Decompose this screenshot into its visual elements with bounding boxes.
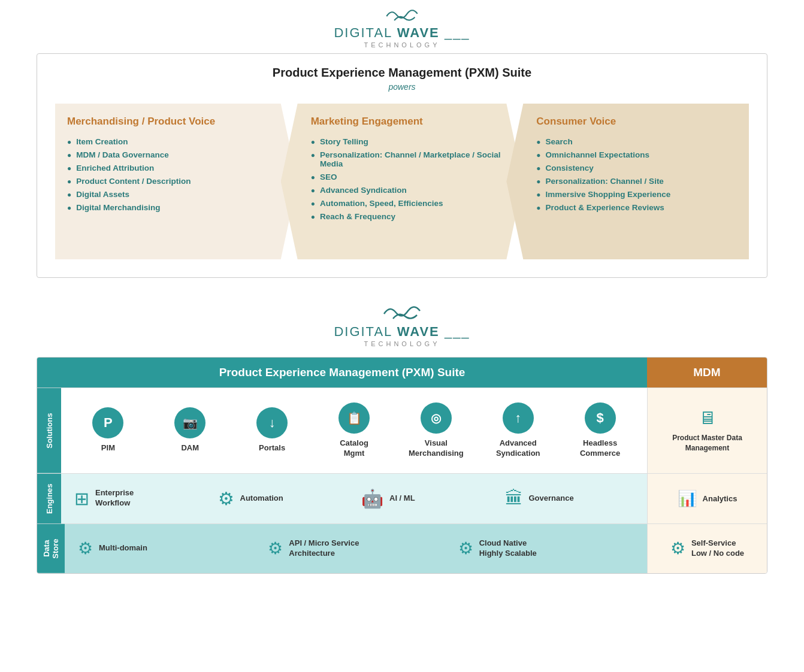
catalog-icon: 📋 [338,402,370,434]
cloud-icon: ⚙ [458,538,473,558]
brand-bold: WAVE [397,25,440,40]
headless-icon: $ [585,402,616,434]
mdm-solution-label: Product Master DataManagement [672,433,742,453]
data-store-row: DataStore ⚙ Multi-domain ⚙ API / Micro S… [37,523,767,573]
cloud-label: Cloud NativeHighly Scalable [479,538,537,559]
pim-icon: P [92,407,123,438]
solutions-label: Solutions [37,388,61,473]
engines-content: ⊞ EnterpriseWorkflow ⚙ Automation 🤖 AI /… [61,474,647,523]
brand-name: DIGITAL [334,25,392,40]
technology-label: TECHNOLOGY [364,41,440,49]
portals-label: Portals [259,443,285,453]
pxm-suite-title: Product Experience Management (PXM) Suit… [55,66,749,80]
list-item: MDM / Data Governance [67,150,283,159]
dam-label: DAM [181,443,199,453]
mid-logo-text: DIGITAL WAVE ___ [334,324,470,340]
pxm-header: Product Experience Management (PXM) Suit… [37,358,647,388]
solutions-content: P PIM 📷 DAM ↓ Portals 📋 CatalogMgmt ◎ Vi… [61,388,647,473]
mdm-data-cell: ⚙ Self-ServiceLow / No code [647,524,767,573]
automation-label: Automation [240,494,283,504]
segment-2-title: Marketing Engagement [293,113,509,128]
top-wave-icon [384,6,420,24]
automation-icon: ⚙ [218,488,234,509]
multidomain-label: Multi-domain [99,543,147,553]
solution-headless: $ HeadlessCommerce [559,398,641,464]
visual-merch-label: VisualMerchandising [409,438,464,459]
list-item: Product Content / Description [67,177,283,186]
api-label: API / Micro ServiceArchitecture [289,538,359,559]
mdm-monitor-icon: 🖥 [699,408,717,428]
multidomain-icon: ⚙ [78,538,93,558]
solutions-row: Solutions P PIM 📷 DAM ↓ Portals 📋 Catalo… [37,388,767,473]
governance-label: Governance [529,494,574,504]
segment-3-title: Consumer Voice [518,113,735,128]
headless-label: HeadlessCommerce [580,438,620,459]
segment-marketing: Marketing Engagement Story Telling Perso… [281,104,524,259]
segment-2-list: Story Telling Personalization: Channel /… [293,137,509,225]
portals-icon: ↓ [256,407,288,438]
list-item: Personalization: Channel / Site [536,177,735,186]
solution-visual-merch: ◎ VisualMerchandising [395,398,477,464]
engines-row: Engines ⊞ EnterpriseWorkflow ⚙ Automatio… [37,473,767,523]
solution-portals: ↓ Portals [231,402,313,458]
mdm-header: MDM [647,358,767,388]
segment-1-list: Item Creation MDM / Data Governance Enri… [67,137,283,216]
mid-brand-bold: WAVE [397,324,440,339]
adv-synd-icon: ↑ [503,402,534,434]
mid-wave-icon [381,302,423,323]
segment-1-title: Merchandising / Product Voice [67,113,283,128]
list-item: Search [536,137,735,146]
pxm-subtitle: powers [55,82,749,92]
solution-pim: P PIM [67,402,149,458]
solution-dam: 📷 DAM [149,402,231,458]
catalog-label: CatalogMgmt [340,438,368,459]
bottom-card: Product Experience Management (PXM) Suit… [37,357,767,574]
mid-brand-name: DIGITAL [334,324,392,339]
list-item: Reach & Frequency [311,212,509,221]
analytics-label: Analytics [703,494,737,503]
solution-adv-synd: ↑ AdvancedSyndication [477,398,559,464]
adv-synd-label: AdvancedSyndication [496,438,540,459]
engine-automation: ⚙ Automation [211,483,355,514]
workflow-label: EnterpriseWorkflow [95,488,134,508]
data-store-content: ⚙ Multi-domain ⚙ API / Micro ServiceArch… [65,524,647,573]
mid-technology-label: TECHNOLOGY [364,340,440,347]
list-item: Item Creation [67,137,283,146]
engines-label: Engines [37,474,61,523]
top-card: Product Experience Management (PXM) Suit… [37,53,767,278]
list-item: Product & Experience Reviews [536,203,735,212]
data-cloud: ⚙ Cloud NativeHighly Scalable [451,534,641,564]
selfservice-label: Self-ServiceLow / No code [691,538,744,559]
aiml-icon: 🤖 [361,488,383,509]
engine-aiml: 🤖 AI / ML [354,483,498,514]
bottom-header: Product Experience Management (PXM) Suit… [37,358,767,388]
selfservice-icon: ⚙ [670,538,685,558]
list-item: Consistency [536,164,735,172]
data-api: ⚙ API / Micro ServiceArchitecture [261,534,451,564]
list-item: Digital Assets [67,190,283,199]
segment-consumer: Consumer Voice Search Omnichannel Expect… [506,104,749,259]
workflow-icon: ⊞ [74,488,89,509]
list-item: Immersive Shopping Experience [536,190,735,199]
mid-logo: DIGITAL WAVE ___ TECHNOLOGY [334,302,470,347]
engine-workflow: ⊞ EnterpriseWorkflow [67,483,211,514]
segment-3-list: Search Omnichannel Expectations Consiste… [518,137,735,216]
list-item: Enriched Attribution [67,164,283,172]
list-item: Automation, Speed, Efficiencies [311,199,509,208]
aiml-label: AI / ML [389,494,415,504]
list-item: Story Telling [311,137,509,146]
segment-merchandising: Merchandising / Product Voice Item Creat… [55,104,298,259]
engine-governance: 🏛 Governance [498,483,642,513]
list-item: Omnichannel Expectations [536,150,735,159]
top-logo: DIGITAL WAVE ___ TECHNOLOGY [334,6,470,49]
list-item: SEO [311,172,509,181]
data-store-label: DataStore [37,524,65,573]
mdm-engine-cell: 📊 Analytics [647,474,767,523]
visual-merch-icon: ◎ [421,402,452,434]
governance-icon: 🏛 [505,488,523,508]
list-item: Advanced Syndication [311,186,509,195]
arrow-row: Merchandising / Product Voice Item Creat… [55,104,749,259]
mdm-solution-cell: 🖥 Product Master DataManagement [647,388,767,473]
dam-icon: 📷 [174,407,205,438]
analytics-icon: 📊 [678,489,697,508]
